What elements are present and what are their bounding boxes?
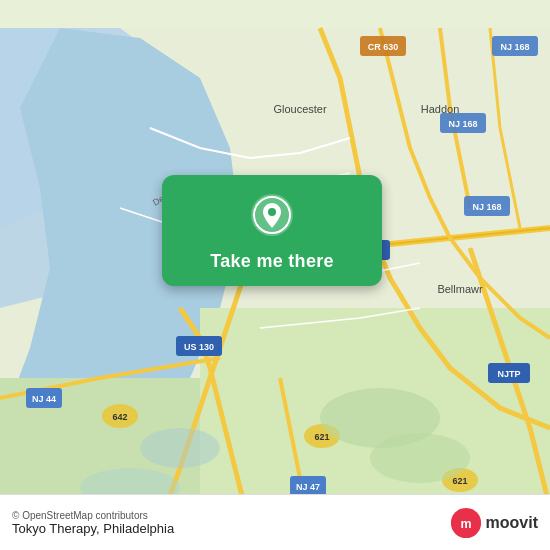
svg-text:NJ 44: NJ 44 [32,394,56,404]
svg-text:NJ 168: NJ 168 [448,119,477,129]
svg-text:NJ 47: NJ 47 [296,482,320,492]
location-label: Tokyo Therapy, Philadelphia [12,521,174,536]
svg-text:642: 642 [112,412,127,422]
svg-text:621: 621 [314,432,329,442]
svg-text:NJ 168: NJ 168 [500,42,529,52]
bottom-bar: © OpenStreetMap contributors Tokyo Thera… [0,494,550,550]
svg-point-32 [370,433,470,483]
svg-text:m: m [460,517,471,531]
svg-text:Haddon: Haddon [421,103,460,115]
svg-text:CR 630: CR 630 [368,42,399,52]
svg-text:US 130: US 130 [184,342,214,352]
map-container: NJ 168 NJ 168 NJ 168 CR 630 I 76 US 130 … [0,0,550,550]
take-me-there-button[interactable]: Take me there [210,247,334,272]
svg-text:621: 621 [452,476,467,486]
svg-point-37 [268,208,276,216]
svg-text:Gloucester: Gloucester [273,103,327,115]
svg-text:Bellmawr: Bellmawr [437,283,483,295]
svg-point-33 [140,428,220,468]
moovit-text: moovit [486,514,538,532]
moovit-icon: m [450,507,482,539]
bottom-left-info: © OpenStreetMap contributors Tokyo Thera… [12,510,174,536]
moovit-logo: m moovit [450,507,538,539]
pin-icon [250,193,294,241]
svg-text:NJTP: NJTP [497,369,520,379]
svg-text:NJ 168: NJ 168 [472,202,501,212]
navigation-card: Take me there [162,175,382,286]
attribution-text: © OpenStreetMap contributors [12,510,174,521]
